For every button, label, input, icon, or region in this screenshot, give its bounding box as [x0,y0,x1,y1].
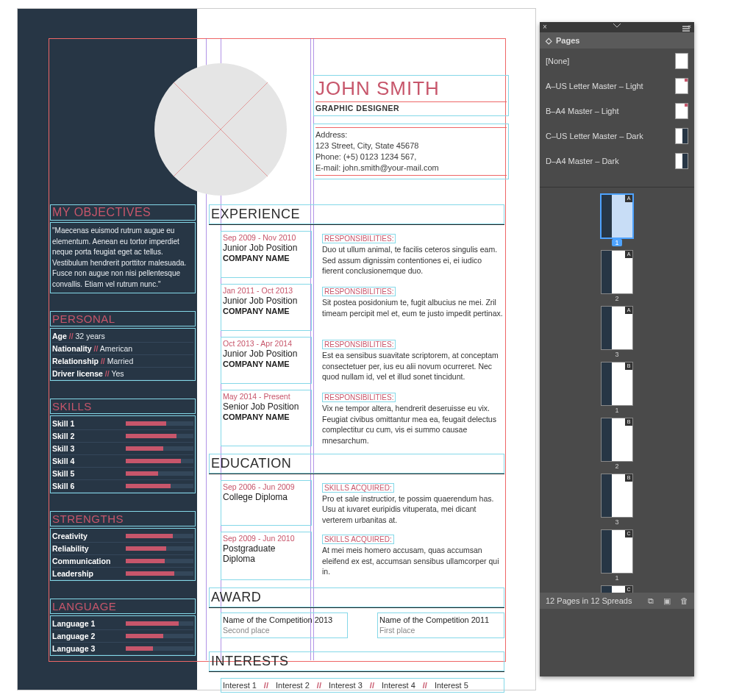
page-thumb[interactable]: C [602,586,632,593]
master-thumb[interactable] [675,53,688,69]
page-cell[interactable]: C 2 [596,586,638,593]
master-label: C–US Letter Master – Dark [546,132,643,140]
skill-bar [126,571,193,576]
trash-icon[interactable]: 🗑 [680,596,688,605]
master-thumb[interactable] [675,103,688,119]
personal-heading: PERSONAL [52,312,193,325]
skills-heading-frame[interactable]: SKILLS [50,399,196,414]
page-cell[interactable]: A 2 [596,251,638,302]
page-thumb[interactable]: A [602,251,632,293]
experience-heading-frame[interactable]: EXPERIENCE [209,204,504,224]
entry-position: Junior Job Position [223,243,310,253]
entry-row[interactable]: Sep 2006 - Jun 2009 College Diploma SKIL… [209,480,504,526]
entry-resp-heading[interactable]: RESPONSIBILITIES: [322,234,396,243]
panel-header[interactable]: ◇ Pages [540,32,694,49]
master-page-row[interactable]: C–US Letter Master – Dark [540,124,694,149]
page-number: 3 [596,351,638,358]
entry-row[interactable]: Jan 2011 - Oct 2013 Junior Job Position … [209,284,504,331]
email-row: E-mail: john.smith@your-mail.com [315,162,507,174]
award-frame[interactable]: Name of the Competition 2011 First place [377,612,504,638]
document-canvas[interactable]: JOHN SMITH GRAPHIC DESIGNER Address: 123… [18,9,535,690]
personal-heading-frame[interactable]: PERSONAL [50,311,196,326]
award-heading-frame[interactable]: AWARD [209,588,504,607]
pages-list[interactable]: A 1 A 2 A 3 B 1 B 2 [540,188,694,593]
page-thumb[interactable]: B [602,362,632,405]
skill-bar [126,484,193,488]
entry-left-frame[interactable]: Sep 2006 - Jun 2009 College Diploma [221,480,312,526]
entry-left-frame[interactable]: May 2014 - Present Senior Job Position C… [221,390,312,446]
page-cell[interactable]: A 1 [596,195,638,246]
page-master-badge: B [625,474,632,482]
entry-resp-heading[interactable]: RESPONSIBILITIES: [322,393,396,402]
page-thumb[interactable]: A [602,307,632,349]
entry-position: Senior Job Position [223,401,310,412]
page-cell[interactable]: B 1 [596,362,638,414]
master-thumb[interactable] [675,153,688,169]
entry-resp-heading[interactable]: RESPONSIBILITIES: [322,340,396,349]
master-thumb[interactable] [675,128,688,144]
objectives-heading-frame[interactable]: MY OBJECTIVES [50,204,196,221]
contact-frame[interactable]: Address: 123 Street, City, State 45678 P… [313,124,509,179]
personal-row: Driver license // Yes [52,368,193,380]
rule [315,101,507,102]
award-place: First place [379,625,502,636]
education-heading: EDUCATION [211,454,502,473]
page-cell[interactable]: C 1 [596,530,638,582]
language-heading-frame[interactable]: LANGUAGE [50,599,196,614]
entry-row[interactable]: Sep 2009 - Nov 2010 Junior Job Position … [209,231,504,278]
interests-heading-frame[interactable]: INTERESTS [209,651,504,671]
page-thumb[interactable]: A [602,195,632,238]
language-rows-frame[interactable]: Language 1 Language 2 Language 3 [50,615,196,656]
entry-resp-heading[interactable]: SKILLS ACQUIRED: [322,483,394,493]
pages-panel[interactable]: × « ◇ Pages [None] A–US Letter Master – … [540,22,694,676]
entry-left-frame[interactable]: Sep 2009 - Nov 2010 Junior Job Position … [221,231,312,278]
entry-left-frame[interactable]: Sep 2009 - Jun 2010 Postgraduate Diploma [221,532,312,580]
education-heading-frame[interactable]: EDUCATION [209,454,504,474]
entry-row[interactable]: Sep 2009 - Jun 2010 Postgraduate Diploma… [209,532,504,580]
skills-rows-frame[interactable]: Skill 1 Skill 2 Skill 3 Skill 4 Skill 5 … [50,415,196,493]
award-frame[interactable]: Name of the Competition 2013 Second plac… [221,612,348,638]
entry-row[interactable]: Oct 2013 - Apr 2014 Junior Job Position … [209,337,504,384]
entry-resp-heading[interactable]: SKILLS ACQUIRED: [322,535,394,544]
page-cell[interactable]: B 3 [596,474,638,526]
skill-bar [126,621,193,626]
page-thumb[interactable]: B [602,418,632,461]
rule [315,175,507,176]
panel-status: 12 Pages in 12 Spreads [546,596,632,605]
master-thumb[interactable] [675,78,688,94]
edit-page-size-icon[interactable]: ⧉ [648,596,654,605]
page-number: 1 [596,574,638,582]
entry-right: RESPONSIBILITIES: Sit postea posidonium … [322,284,504,331]
master-page-row[interactable]: A–US Letter Master – Light [540,74,694,99]
bar-row: Skill 3 [52,443,193,455]
strengths-rows-frame[interactable]: Creativity Reliability Communication Lea… [50,528,196,581]
panel-menu-icon[interactable] [682,26,690,33]
section-rule [209,607,504,608]
master-page-row[interactable]: D–A4 Master – Dark [540,149,694,174]
entry-position: Postgraduate Diploma [223,543,310,564]
name-frame[interactable]: JOHN SMITH GRAPHIC DESIGNER [313,75,509,116]
entry-left-frame[interactable]: Oct 2013 - Apr 2014 Junior Job Position … [221,337,312,384]
personal-rows-frame[interactable]: Age // 32 yearsNationality // AmericanRe… [50,328,196,381]
master-blank-row[interactable] [540,174,694,187]
page-cell[interactable]: B 2 [596,418,638,470]
entry-left-frame[interactable]: Jan 2011 - Oct 2013 Junior Job Position … [221,284,312,331]
close-icon[interactable]: × [543,23,547,31]
objectives-text-frame[interactable]: "Maecenas euismod rutrum augue eu elemen… [50,222,196,293]
page-thumb[interactable]: B [602,474,632,517]
new-page-icon[interactable]: ▣ [663,596,671,605]
interests-frame[interactable]: Interest 1//Interest 2//Interest 3//Inte… [221,678,504,693]
panel-expand-icon[interactable]: ◇ [546,36,552,46]
master-page-row[interactable]: [None] [540,49,694,74]
entry-resp-heading[interactable]: RESPONSIBILITIES: [322,287,396,296]
master-page-row[interactable]: B–A4 Master – Light [540,99,694,124]
award-place: Second place [223,625,346,636]
page-master-badge: A [625,195,632,202]
master-label: [None] [546,57,569,65]
bar-row: Language 1 [52,618,193,630]
experience-heading: EXPERIENCE [211,205,502,224]
page-thumb[interactable]: C [602,530,632,573]
strengths-heading-frame[interactable]: STRENGTHS [50,511,196,526]
page-cell[interactable]: A 3 [596,307,638,358]
entry-row[interactable]: May 2014 - Present Senior Job Position C… [209,390,504,446]
